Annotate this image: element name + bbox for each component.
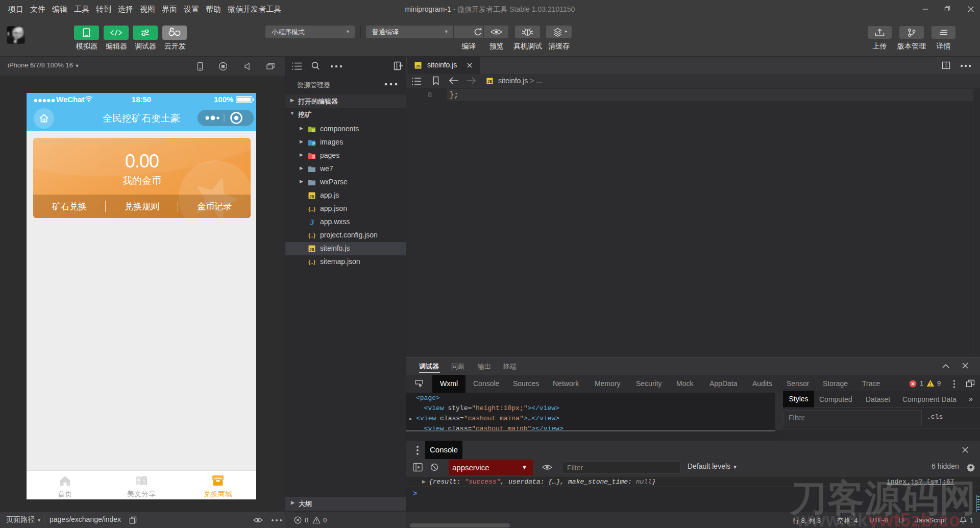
svg-text:JS: JS — [309, 194, 314, 199]
svg-text:JS: JS — [415, 64, 421, 68]
svg-text:{..}: {..} — [308, 206, 315, 212]
svg-text:JS: JS — [487, 79, 492, 84]
svg-text:{..}: {..} — [308, 259, 315, 265]
svg-text:{..}: {..} — [308, 232, 315, 238]
svg-text:3: 3 — [310, 219, 314, 226]
svg-text:JS: JS — [309, 247, 314, 252]
